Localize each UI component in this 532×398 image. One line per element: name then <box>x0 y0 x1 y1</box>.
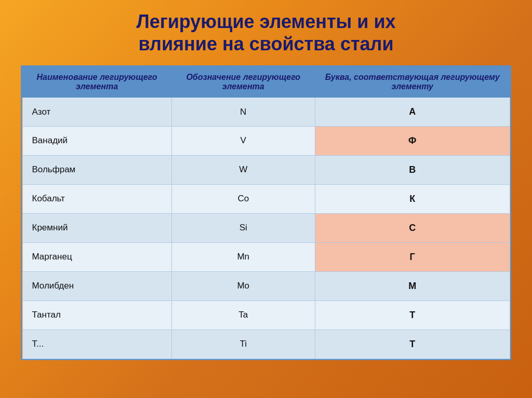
cell-letter: К <box>315 184 510 213</box>
cell-symbol: Mn <box>171 242 315 271</box>
cell-symbol: Ta <box>171 300 315 330</box>
cell-element-name: Кобальт <box>22 184 171 213</box>
table-row: КремнийSiС <box>22 213 510 242</box>
cell-symbol: V <box>171 126 315 155</box>
cell-element-name: Молибден <box>22 271 171 300</box>
cell-letter: Ф <box>315 126 510 155</box>
cell-element-name: Азот <box>22 97 171 126</box>
col-header-symbol: Обозначение легирующего элемента <box>171 67 315 97</box>
table-row: КобальтCoК <box>22 184 510 213</box>
cell-letter: Т <box>315 300 510 330</box>
cell-symbol: Si <box>171 213 315 242</box>
table-row: МарганецMnГ <box>22 242 510 271</box>
table-row: ВанадийVФ <box>22 126 510 155</box>
cell-element-name: Ванадий <box>22 126 171 155</box>
cell-letter: А <box>315 97 510 126</box>
table-row: ТанталTaТ <box>22 300 510 330</box>
col-header-name: Наименование легирующего элемента <box>22 67 171 97</box>
cell-symbol: Mo <box>171 271 315 300</box>
table-row: Т...TiТ <box>22 330 510 359</box>
cell-element-name: Тантал <box>22 300 171 330</box>
cell-symbol: Ti <box>171 330 315 359</box>
cell-letter: С <box>315 213 510 242</box>
cell-element-name: Кремний <box>22 213 171 242</box>
cell-element-name: Марганец <box>22 242 171 271</box>
cell-symbol: W <box>171 155 315 184</box>
cell-symbol: N <box>171 97 315 126</box>
page-title: Легирующие элементы и их влияние на свой… <box>136 10 395 55</box>
elements-table: Наименование легирующего элемента Обозна… <box>22 66 510 359</box>
main-table-wrapper: Наименование легирующего элемента Обозна… <box>21 65 511 360</box>
cell-symbol: Co <box>171 184 315 213</box>
table-row: ВольфрамWВ <box>22 155 510 184</box>
cell-letter: В <box>315 155 510 184</box>
table-row: МолибденMoМ <box>22 271 510 300</box>
table-row: АзотNА <box>22 97 510 126</box>
cell-element-name: Вольфрам <box>22 155 171 184</box>
table-header-row: Наименование легирующего элемента Обозна… <box>22 67 510 97</box>
cell-letter: Т <box>315 330 510 359</box>
cell-element-name: Т... <box>22 330 171 359</box>
col-header-letter: Буква, соответствующая легирующему элеме… <box>315 67 510 97</box>
cell-letter: М <box>315 271 510 300</box>
cell-letter: Г <box>315 242 510 271</box>
